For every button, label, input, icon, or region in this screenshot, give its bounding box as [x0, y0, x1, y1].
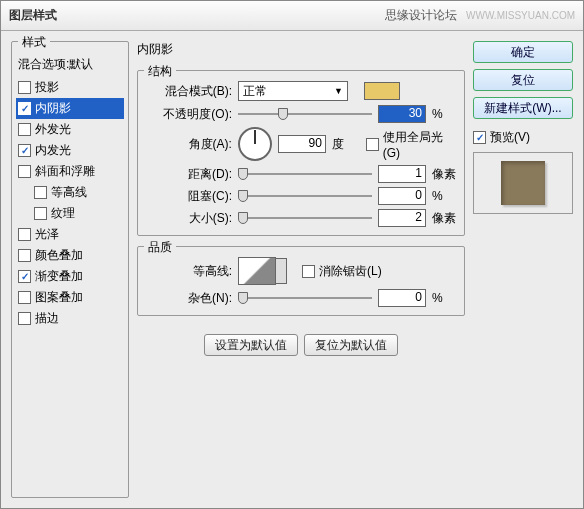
- quality-group-title: 品质: [144, 239, 176, 256]
- distance-slider[interactable]: [238, 167, 372, 181]
- style-item-7[interactable]: 光泽: [16, 224, 124, 245]
- new-style-button[interactable]: 新建样式(W)...: [473, 97, 573, 119]
- size-label: 大小(S):: [142, 210, 232, 227]
- checkbox-icon[interactable]: [18, 81, 31, 94]
- preview-checkbox[interactable]: 预览(V): [473, 129, 573, 146]
- default-buttons-row: 设置为默认值 复位为默认值: [137, 334, 465, 356]
- noise-unit: %: [432, 291, 460, 305]
- style-item-0[interactable]: 投影: [16, 77, 124, 98]
- styles-group: 样式 混合选项:默认 投影内阴影外发光内发光斜面和浮雕等高线纹理光泽颜色叠加渐变…: [11, 41, 129, 498]
- opacity-label: 不透明度(O):: [142, 106, 232, 123]
- checkbox-icon[interactable]: [34, 186, 47, 199]
- style-item-3[interactable]: 内发光: [16, 140, 124, 161]
- structure-group-title: 结构: [144, 63, 176, 80]
- angle-input[interactable]: 90: [278, 135, 326, 153]
- preview-swatch: [501, 161, 545, 205]
- style-item-label: 外发光: [35, 121, 71, 138]
- quality-group: 品质 等高线: 消除锯齿(L) 杂色(N): 0 %: [137, 246, 465, 316]
- checkbox-icon: [302, 265, 315, 278]
- angle-unit: 度: [332, 136, 360, 153]
- noise-slider[interactable]: [238, 291, 372, 305]
- checkbox-icon: [366, 138, 379, 151]
- chevron-down-icon: ▼: [334, 86, 343, 96]
- style-item-label: 渐变叠加: [35, 268, 83, 285]
- style-item-label: 图案叠加: [35, 289, 83, 306]
- choke-slider[interactable]: [238, 189, 372, 203]
- distance-unit: 像素: [432, 166, 460, 183]
- styles-group-title: 样式: [18, 34, 50, 51]
- cancel-button[interactable]: 复位: [473, 69, 573, 91]
- titlebar: 图层样式 思缘设计论坛 WWW.MISSYUAN.COM: [1, 1, 583, 31]
- styles-list: 混合选项:默认 投影内阴影外发光内发光斜面和浮雕等高线纹理光泽颜色叠加渐变叠加图…: [16, 52, 124, 329]
- style-item-2[interactable]: 外发光: [16, 119, 124, 140]
- style-item-label: 颜色叠加: [35, 247, 83, 264]
- style-item-label: 内发光: [35, 142, 71, 159]
- style-item-8[interactable]: 颜色叠加: [16, 245, 124, 266]
- styles-panel: 样式 混合选项:默认 投影内阴影外发光内发光斜面和浮雕等高线纹理光泽颜色叠加渐变…: [11, 41, 129, 498]
- style-item-label: 描边: [35, 310, 59, 327]
- size-input[interactable]: 2: [378, 209, 426, 227]
- style-item-6[interactable]: 纹理: [16, 203, 124, 224]
- ok-button[interactable]: 确定: [473, 41, 573, 63]
- choke-label: 阻塞(C):: [142, 188, 232, 205]
- contour-picker[interactable]: [238, 257, 276, 285]
- choke-unit: %: [432, 189, 460, 203]
- style-item-label: 投影: [35, 79, 59, 96]
- checkbox-icon[interactable]: [18, 312, 31, 325]
- titlebar-branding: 思缘设计论坛 WWW.MISSYUAN.COM: [385, 7, 575, 24]
- size-slider[interactable]: [238, 211, 372, 225]
- noise-label: 杂色(N):: [142, 290, 232, 307]
- angle-label: 角度(A):: [142, 136, 232, 153]
- blending-options-row[interactable]: 混合选项:默认: [16, 52, 124, 77]
- style-item-9[interactable]: 渐变叠加: [16, 266, 124, 287]
- shadow-color-swatch[interactable]: [364, 82, 400, 100]
- checkbox-icon: [473, 131, 486, 144]
- global-light-checkbox[interactable]: 使用全局光(G): [366, 129, 460, 160]
- checkbox-icon[interactable]: [18, 270, 31, 283]
- style-item-10[interactable]: 图案叠加: [16, 287, 124, 308]
- set-default-button[interactable]: 设置为默认值: [204, 334, 298, 356]
- opacity-unit: %: [432, 107, 460, 121]
- style-item-11[interactable]: 描边: [16, 308, 124, 329]
- layer-style-dialog: 图层样式 思缘设计论坛 WWW.MISSYUAN.COM 样式 混合选项:默认 …: [0, 0, 584, 509]
- antialias-checkbox[interactable]: 消除锯齿(L): [302, 263, 382, 280]
- preview-box: [473, 152, 573, 214]
- style-item-1[interactable]: 内阴影: [16, 98, 124, 119]
- blend-mode-select[interactable]: 正常 ▼: [238, 81, 348, 101]
- checkbox-icon[interactable]: [18, 144, 31, 157]
- checkbox-icon[interactable]: [18, 291, 31, 304]
- checkbox-icon[interactable]: [18, 123, 31, 136]
- size-unit: 像素: [432, 210, 460, 227]
- distance-label: 距离(D):: [142, 166, 232, 183]
- style-item-label: 光泽: [35, 226, 59, 243]
- action-panel: 确定 复位 新建样式(W)... 预览(V): [473, 41, 573, 498]
- effect-title: 内阴影: [137, 41, 465, 58]
- checkbox-icon[interactable]: [18, 102, 31, 115]
- angle-dial[interactable]: [238, 127, 272, 161]
- choke-input[interactable]: 0: [378, 187, 426, 205]
- checkbox-icon[interactable]: [18, 165, 31, 178]
- opacity-slider[interactable]: [238, 107, 372, 121]
- opacity-input[interactable]: 30: [378, 105, 426, 123]
- style-item-label: 斜面和浮雕: [35, 163, 95, 180]
- reset-default-button[interactable]: 复位为默认值: [304, 334, 398, 356]
- style-item-4[interactable]: 斜面和浮雕: [16, 161, 124, 182]
- distance-input[interactable]: 1: [378, 165, 426, 183]
- checkbox-icon[interactable]: [34, 207, 47, 220]
- contour-label: 等高线:: [142, 263, 232, 280]
- structure-group: 结构 混合模式(B): 正常 ▼ 不透明度(O): 30 % 角度(: [137, 70, 465, 236]
- settings-panel: 内阴影 结构 混合模式(B): 正常 ▼ 不透明度(O): 30 %: [137, 41, 465, 498]
- checkbox-icon[interactable]: [18, 228, 31, 241]
- style-item-label: 内阴影: [35, 100, 71, 117]
- style-item-5[interactable]: 等高线: [16, 182, 124, 203]
- style-item-label: 纹理: [51, 205, 75, 222]
- blend-mode-label: 混合模式(B):: [142, 83, 232, 100]
- window-title: 图层样式: [9, 7, 57, 24]
- dialog-content: 样式 混合选项:默认 投影内阴影外发光内发光斜面和浮雕等高线纹理光泽颜色叠加渐变…: [1, 31, 583, 508]
- checkbox-icon[interactable]: [18, 249, 31, 262]
- noise-input[interactable]: 0: [378, 289, 426, 307]
- style-item-label: 等高线: [51, 184, 87, 201]
